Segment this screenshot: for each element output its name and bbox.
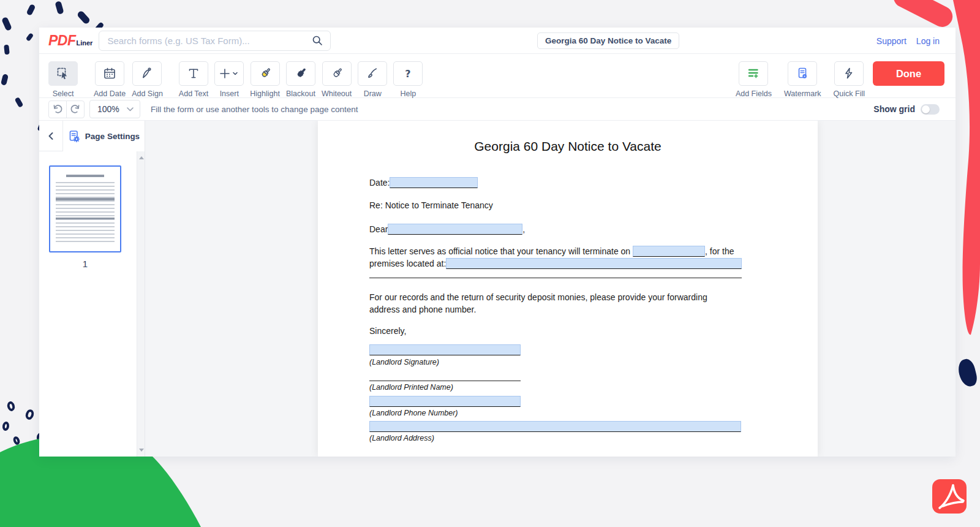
app-panel: PDF Liner Georgia 60 Day Notice to Vacat… [39,28,956,457]
search-input[interactable] [99,36,311,46]
document-page: Georgia 60 Day Notice to Vacate Date: Re… [318,121,818,457]
recipient-name-field[interactable] [388,224,522,235]
tool-highlight[interactable]: Highlight [250,61,280,98]
scroll-down-icon[interactable] [139,449,144,452]
login-link[interactable]: Log in [916,36,940,46]
top-header: PDF Liner Georgia 60 Day Notice to Vacat… [39,28,956,54]
landlord-phone-field[interactable] [369,396,521,407]
tool-quick-fill[interactable]: Quick Fill [834,61,865,98]
toggle-knob [922,105,930,113]
signature-pen-icon [140,67,154,80]
text-icon [187,67,200,80]
redo-icon [69,103,81,115]
re-line: Re: Notice to Terminate Tenancy [369,200,493,211]
redo-button[interactable] [66,100,85,118]
blackout-brush-icon [294,67,307,80]
terminate-text-before: This letter serves as official notice th… [369,246,633,257]
document-heading: Georgia 60 Day Notice to Vacate [318,139,818,154]
termination-date-field[interactable] [633,246,705,257]
tool-watermark[interactable]: Watermark [784,61,821,98]
date-field[interactable] [390,177,478,188]
help-icon: ? [401,67,415,80]
tool-add-text[interactable]: Add Text [179,61,208,98]
auth-links: Support Log in [876,28,940,54]
search-forms-box[interactable] [99,31,331,51]
premises-address-field[interactable] [446,258,742,269]
dear-label: Dear [369,224,388,235]
cursor-select-icon [56,67,70,80]
page-settings-tab[interactable]: Page Settings [63,121,145,151]
search-icon[interactable] [311,34,323,47]
add-fields-icon [747,67,760,80]
tool-add-fields-box [739,61,768,86]
landlord-address-field[interactable] [369,421,741,432]
document-title: Georgia 60 Day Notice to Vacate [537,32,679,49]
toolbar-hint-text: Fill the form or use another tools to ch… [151,105,358,114]
pdf-badge-icon [932,479,967,514]
signature-caption: (Landlord Signature) [369,358,439,366]
page-settings-label: Page Settings [85,132,140,141]
page-thumbnail[interactable] [49,165,121,252]
tool-add-date-box [95,61,124,86]
whiteout-brush-icon [330,67,344,80]
tool-add-fields[interactable]: Add Fields [736,61,772,98]
sub-toolbar: 100% Fill the form or use another tools … [39,98,956,121]
tool-add-text-box [179,61,208,86]
done-button[interactable]: Done [873,61,944,86]
pdfliner-screen: PDF Liner Georgia 60 Day Notice to Vacat… [0,0,980,527]
tool-whiteout-box [322,61,352,86]
tool-draw-box [358,61,387,86]
scroll-up-icon[interactable] [139,156,144,159]
undo-icon [51,103,64,115]
zoom-select[interactable]: 100% [89,100,140,118]
printed-name-caption: (Landlord Printed Name) [369,383,453,392]
tool-insert[interactable]: Insert [214,61,244,98]
tool-add-sign-box [132,61,162,86]
undo-button[interactable] [48,100,67,118]
tool-draw[interactable]: Draw [358,61,387,98]
highlight-brush-icon [258,67,272,80]
terminate-text-after: , for the [705,246,734,257]
tool-insert-box [214,61,244,86]
tool-select-box [48,61,78,86]
tool-help[interactable]: ? Help [393,61,423,98]
show-grid-label: Show grid [873,104,915,114]
navy-blob-decoration [956,357,979,388]
tool-select[interactable]: Select [48,61,78,98]
thumbnail-band [56,198,115,200]
sidebar-scrollbar[interactable] [137,151,145,457]
show-grid-toggle[interactable] [921,104,940,115]
tool-add-sign[interactable]: Add Sign [132,61,163,98]
records-paragraph: For our records and the return of securi… [369,292,727,316]
tool-quick-fill-box [834,61,864,86]
logo-pdf-text: PDF [48,32,76,49]
collapse-sidebar-button[interactable] [39,121,63,151]
divider-line [369,278,742,278]
chevron-left-icon [46,131,56,141]
main-toolbar: Select Add Date [39,54,956,98]
page-settings-icon [68,130,81,143]
zoom-value: 100% [97,104,119,114]
support-link[interactable]: Support [876,36,907,46]
chevron-down-icon [127,107,134,112]
insert-plus-icon [219,67,239,80]
address-caption: (Landlord Address) [369,434,434,442]
tool-blackout[interactable]: Blackout [286,61,315,98]
pdfliner-logo[interactable]: PDF Liner [48,32,92,49]
printed-name-line [369,381,521,381]
draw-brush-icon [366,67,379,80]
date-label: Date: [369,178,390,188]
landlord-signature-field[interactable] [369,344,521,355]
pages-sidebar: Page Settings 1 [39,121,145,457]
logo-liner-text: Liner [77,39,93,47]
premises-label: premises located at: [369,259,446,269]
dear-comma: , [522,224,525,235]
tool-add-date[interactable]: Add Date [94,61,126,98]
page-number: 1 [49,259,121,269]
quick-fill-icon [842,67,856,80]
tool-watermark-box [788,61,817,86]
thumbnail-text-lines [56,182,115,245]
tool-blackout-box [286,61,315,86]
svg-text:?: ? [405,68,411,80]
tool-whiteout[interactable]: Whiteout [322,61,352,98]
